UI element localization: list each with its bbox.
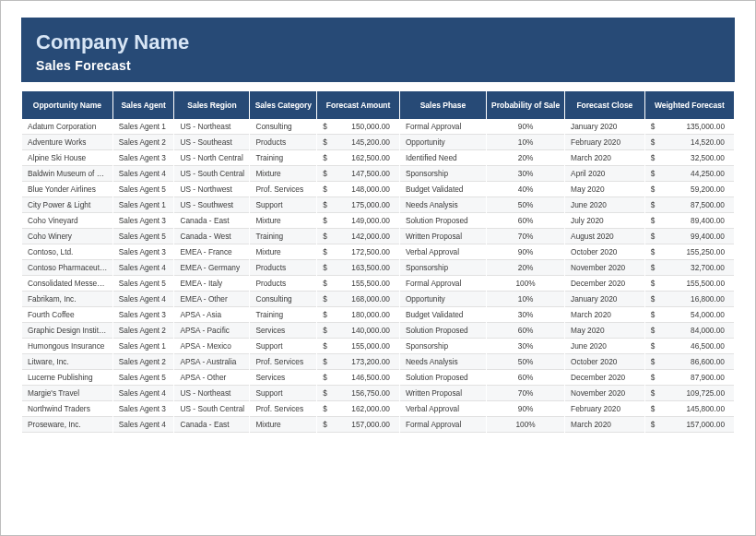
cell-category: Products	[250, 276, 316, 292]
col-header-phase: Sales Phase	[400, 91, 486, 119]
cell-weighted-value: 14,520.00	[649, 137, 730, 147]
currency-symbol: $	[651, 169, 656, 178]
cell-weighted-value: 99,400.00	[649, 232, 730, 241]
table-row: Contoso, Ltd.Sales Agent 3EMEA - FranceM…	[22, 244, 734, 260]
cell-opportunity: Alpine Ski House	[22, 150, 112, 166]
cell-weighted: $155,500.00	[645, 276, 734, 292]
currency-symbol: $	[323, 216, 327, 225]
cell-category: Training	[250, 150, 316, 166]
cell-amount: $168,000.00	[317, 292, 399, 307]
currency-symbol: $	[323, 341, 327, 351]
cell-region: Canada - West	[174, 229, 249, 244]
cell-close: January 2020	[565, 292, 644, 307]
cell-opportunity: Coho Vineyard	[22, 213, 112, 229]
cell-phase: Needs Analysis	[400, 354, 486, 370]
cell-weighted: $99,400.00	[645, 229, 734, 244]
cell-amount-value: 146,500.00	[321, 373, 396, 382]
cell-category: Support	[250, 386, 316, 401]
currency-symbol: $	[323, 200, 327, 209]
currency-symbol: $	[651, 341, 656, 351]
cell-amount: $146,500.00	[317, 370, 399, 386]
table-row: Litware, Inc.Sales Agent 2APSA - Austral…	[22, 354, 734, 370]
cell-category: Products	[250, 260, 316, 276]
cell-category: Services	[250, 323, 316, 339]
cell-weighted-value: 54,000.00	[649, 310, 730, 319]
cell-opportunity: Humongous Insurance	[22, 339, 112, 354]
table-row: Consolidated MessengerSales Agent 5EMEA …	[22, 276, 734, 292]
cell-category: Mixture	[250, 166, 316, 182]
cell-region: US - Northeast	[174, 119, 249, 135]
currency-symbol: $	[651, 200, 656, 209]
cell-amount-value: 142,000.00	[321, 232, 396, 241]
cell-weighted-value: 109,725.00	[649, 388, 730, 398]
cell-region: Canada - East	[174, 417, 249, 433]
cell-category: Mixture	[250, 244, 316, 260]
cell-weighted: $145,800.00	[645, 401, 734, 417]
cell-weighted: $59,200.00	[645, 182, 734, 197]
cell-weighted: $87,500.00	[645, 197, 734, 213]
cell-weighted-value: 89,400.00	[649, 216, 730, 225]
cell-amount-value: 149,000.00	[321, 216, 396, 225]
cell-opportunity: Contoso, Ltd.	[22, 244, 112, 260]
cell-amount: $140,000.00	[317, 323, 399, 339]
cell-phase: Sponsorship	[400, 339, 486, 354]
cell-weighted: $86,600.00	[645, 354, 734, 370]
cell-agent: Sales Agent 5	[113, 370, 174, 386]
cell-category: Mixture	[250, 417, 316, 433]
cell-opportunity: Lucerne Publishing	[22, 370, 112, 386]
cell-probability: 90%	[487, 244, 564, 260]
cell-amount-value: 147,500.00	[321, 169, 396, 178]
cell-amount-value: 140,000.00	[321, 326, 396, 335]
cell-agent: Sales Agent 2	[113, 135, 174, 150]
report-title: Sales Forecast	[36, 58, 720, 73]
table-row: Adatum CorporationSales Agent 1US - Nort…	[22, 119, 734, 135]
cell-agent: Sales Agent 2	[113, 354, 174, 370]
cell-amount: $142,000.00	[317, 229, 399, 244]
table-row: Contoso PharmaceuticalsSales Agent 4EMEA…	[22, 260, 734, 276]
cell-amount-value: 145,200.00	[321, 137, 396, 147]
cell-weighted-value: 87,500.00	[649, 200, 730, 209]
cell-category: Services	[250, 370, 316, 386]
cell-weighted-value: 32,700.00	[649, 263, 730, 272]
cell-agent: Sales Agent 1	[113, 339, 174, 354]
cell-amount: $172,500.00	[317, 244, 399, 260]
cell-agent: Sales Agent 3	[113, 401, 174, 417]
cell-weighted: $155,250.00	[645, 244, 734, 260]
cell-opportunity: Adatum Corporation	[22, 119, 112, 135]
cell-probability: 30%	[487, 339, 564, 354]
cell-agent: Sales Agent 2	[113, 323, 174, 339]
cell-phase: Sponsorship	[400, 260, 486, 276]
cell-phase: Formal Approval	[400, 276, 486, 292]
table-row: Graphic Design InstituteSales Agent 2APS…	[22, 323, 734, 339]
cell-probability: 30%	[487, 166, 564, 182]
cell-amount-value: 173,200.00	[321, 357, 396, 366]
cell-close: March 2020	[565, 150, 644, 166]
cell-phase: Identified Need	[400, 150, 486, 166]
table-header-row: Opportunity Name Sales Agent Sales Regio…	[22, 91, 734, 119]
table-row: Adventure WorksSales Agent 2US - Southea…	[22, 135, 734, 150]
cell-opportunity: Graphic Design Institute	[22, 323, 112, 339]
cell-agent: Sales Agent 4	[113, 386, 174, 401]
cell-opportunity: Baldwin Museum of Science	[22, 166, 112, 182]
cell-amount-value: 150,000.00	[321, 122, 396, 131]
cell-amount: $149,000.00	[317, 213, 399, 229]
currency-symbol: $	[323, 420, 327, 429]
cell-amount: $155,500.00	[317, 276, 399, 292]
cell-probability: 90%	[487, 119, 564, 135]
cell-amount-value: 148,000.00	[321, 185, 396, 194]
cell-close: March 2020	[565, 417, 644, 433]
cell-opportunity: Proseware, Inc.	[22, 417, 112, 433]
currency-symbol: $	[651, 216, 656, 225]
cell-region: APSA - Pacific	[174, 323, 249, 339]
cell-amount: $173,200.00	[317, 354, 399, 370]
cell-agent: Sales Agent 3	[113, 150, 174, 166]
report-header: Company Name Sales Forecast	[21, 18, 735, 82]
cell-weighted-value: 157,000.00	[649, 420, 730, 429]
cell-agent: Sales Agent 1	[113, 197, 174, 213]
cell-weighted: $135,000.00	[645, 119, 734, 135]
cell-weighted: $87,900.00	[645, 370, 734, 386]
cell-weighted: $14,520.00	[645, 135, 734, 150]
cell-amount-value: 162,500.00	[321, 153, 396, 162]
currency-symbol: $	[651, 404, 656, 413]
cell-agent: Sales Agent 4	[113, 166, 174, 182]
